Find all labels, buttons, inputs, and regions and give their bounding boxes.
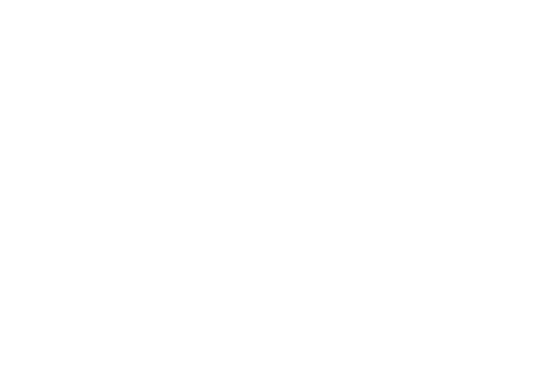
chart-canvas — [0, 0, 549, 392]
chart-window — [0, 0, 549, 392]
